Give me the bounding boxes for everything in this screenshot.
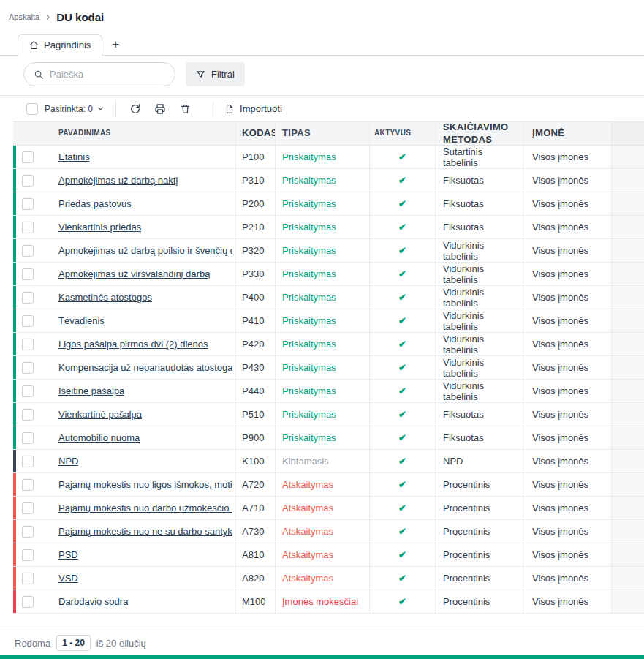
row-name-link[interactable]: Pajamų mokestis nuo darbo užmokesčio (20…: [58, 502, 232, 513]
row-code: M100: [235, 590, 275, 613]
row-checkbox[interactable]: [22, 362, 34, 374]
row-type-strip: [13, 192, 16, 215]
row-active-cell: ✔: [369, 286, 435, 309]
row-name-link[interactable]: Vienkartinis priedas: [58, 222, 141, 233]
row-type: Priskaitymas: [275, 333, 369, 355]
row-name-link[interactable]: Apmokėjimas už darbą poilsio ir švenčių …: [58, 245, 232, 256]
row-checkbox[interactable]: [22, 151, 34, 163]
col-pavadinimas[interactable]: Pavadinimas: [58, 122, 235, 145]
filter-button[interactable]: Filtrai: [186, 62, 245, 86]
row-method: Vidurkinis tabelinis: [435, 380, 523, 402]
row-active-cell: ✔: [369, 590, 435, 613]
row-name-link[interactable]: Kompensacija už nepanaudotas atostogas: [58, 362, 232, 373]
row-name-link[interactable]: PSD: [58, 549, 78, 560]
row-name-cell: Išeitinė pašalpa: [58, 380, 235, 402]
row-name-link[interactable]: NPD: [58, 456, 78, 467]
row-company: Visos įmonės: [523, 309, 611, 332]
col-imone[interactable]: Įmonė: [523, 122, 611, 145]
row-type: Priskaitymas: [275, 169, 369, 192]
row-checkbox[interactable]: [22, 292, 34, 304]
row-company: Visos įmonės: [523, 192, 611, 215]
row-checkbox[interactable]: [22, 456, 34, 467]
table-row: Automobilio nuomaP900Priskaitymas✔Fiksuo…: [13, 426, 644, 450]
row-checkbox[interactable]: [22, 268, 34, 280]
row-name-link[interactable]: Apmokėjimas už viršvalandinį darbą: [58, 268, 210, 279]
delete-button[interactable]: [177, 101, 193, 117]
row-select-cell: [13, 543, 58, 566]
row-method: Fiksuotas: [435, 426, 523, 449]
table-row: TėvadienisP410Priskaitymas✔Vidurkinis ta…: [13, 309, 644, 333]
active-check-icon: ✔: [398, 292, 406, 303]
row-checkbox[interactable]: [22, 596, 34, 608]
row-select-cell: [13, 450, 58, 472]
row-name-cell: Tėvadienis: [58, 309, 235, 332]
active-check-icon: ✔: [398, 362, 406, 373]
row-checkbox[interactable]: [22, 479, 34, 491]
row-name-link[interactable]: Išeitinė pašalpa: [58, 385, 124, 396]
row-checkbox[interactable]: [22, 385, 34, 397]
row-checkbox[interactable]: [22, 198, 34, 210]
row-extra-cell: [611, 450, 644, 472]
row-active-cell: ✔: [369, 169, 435, 192]
active-check-icon: ✔: [398, 573, 406, 584]
row-code: K100: [235, 450, 275, 472]
row-active-cell: ✔: [369, 380, 435, 402]
row-company: Visos įmonės: [523, 216, 611, 238]
search-input[interactable]: [50, 69, 165, 80]
tab-pagrindinis[interactable]: Pagrindinis: [18, 34, 102, 56]
row-checkbox[interactable]: [22, 573, 34, 584]
select-all-checkbox[interactable]: [26, 103, 38, 115]
row-method: Vidurkinis tabelinis: [435, 286, 523, 309]
row-name-link[interactable]: Vienkartinė pašalpa: [58, 409, 142, 420]
row-method: Fiksuotas: [435, 192, 523, 215]
table-row: EtatinisP100Priskaitymas✔Sutartinis tabe…: [13, 146, 644, 169]
row-select-cell: [13, 520, 58, 543]
col-kodas[interactable]: Kodas: [235, 122, 275, 145]
row-name-link[interactable]: VSD: [58, 573, 78, 584]
tab-label: Pagrindinis: [44, 39, 91, 50]
row-extra-cell: [611, 497, 644, 519]
row-checkbox[interactable]: [22, 432, 34, 444]
row-checkbox[interactable]: [22, 526, 34, 538]
row-type-strip: [13, 380, 16, 402]
import-button[interactable]: Importuoti: [224, 103, 282, 114]
row-name-link[interactable]: Etatinis: [58, 151, 90, 162]
row-checkbox[interactable]: [22, 315, 34, 327]
row-name-link[interactable]: Priedas pastovus: [58, 198, 132, 209]
row-name-link[interactable]: Apmokėjimas už darbą naktį: [58, 175, 178, 186]
col-skaiciavimo-metodas[interactable]: Skaičiavimo metodas: [435, 122, 523, 145]
row-name-link[interactable]: Ligos pašalpa pirmos dvi (2) dienos: [58, 339, 208, 350]
row-checkbox[interactable]: [22, 175, 34, 187]
row-name-link[interactable]: Tėvadienis: [58, 315, 105, 326]
row-checkbox[interactable]: [22, 502, 34, 514]
row-name-link[interactable]: Pajamų mokestis nuo ligos išmokos, motin…: [58, 479, 232, 490]
row-checkbox[interactable]: [22, 409, 34, 421]
row-name-link[interactable]: Pajamų mokestis nuo ne su darbo santykia…: [58, 526, 232, 537]
row-active-cell: ✔: [369, 450, 435, 472]
row-checkbox[interactable]: [22, 245, 34, 257]
breadcrumb-parent[interactable]: Apskaita: [9, 12, 39, 21]
col-aktyvus[interactable]: Aktyvus: [369, 122, 435, 145]
row-type-strip: [13, 356, 16, 379]
row-checkbox[interactable]: [22, 339, 34, 350]
add-tab-button[interactable]: +: [102, 34, 129, 55]
row-type: Priskaitymas: [275, 426, 369, 449]
col-tipas[interactable]: Tipas: [275, 122, 369, 145]
chevron-down-icon[interactable]: [96, 105, 105, 113]
pagination-range: 1 - 20: [56, 635, 91, 651]
print-button[interactable]: [152, 101, 168, 117]
row-checkbox[interactable]: [22, 222, 34, 233]
toolbar: Pasirinkta: 0 Importuoti: [0, 95, 644, 121]
row-name-link[interactable]: Darbdavio sodra: [58, 596, 128, 607]
row-select-cell: [13, 426, 58, 449]
row-checkbox[interactable]: [22, 549, 34, 561]
row-name-link[interactable]: Kasmetinės atostogos: [58, 292, 152, 303]
row-name-link[interactable]: Automobilio nuoma: [58, 432, 140, 443]
refresh-button[interactable]: [127, 101, 143, 117]
row-name-cell: Automobilio nuoma: [58, 426, 235, 449]
selected-count-label[interactable]: Pasirinkta: 0: [45, 104, 93, 114]
row-extra-cell: [611, 263, 644, 285]
row-type-strip: [13, 590, 16, 613]
row-type-strip: [13, 216, 16, 238]
du-codes-table: Pavadinimas Kodas Tipas Aktyvus Skaičiav…: [13, 121, 644, 614]
